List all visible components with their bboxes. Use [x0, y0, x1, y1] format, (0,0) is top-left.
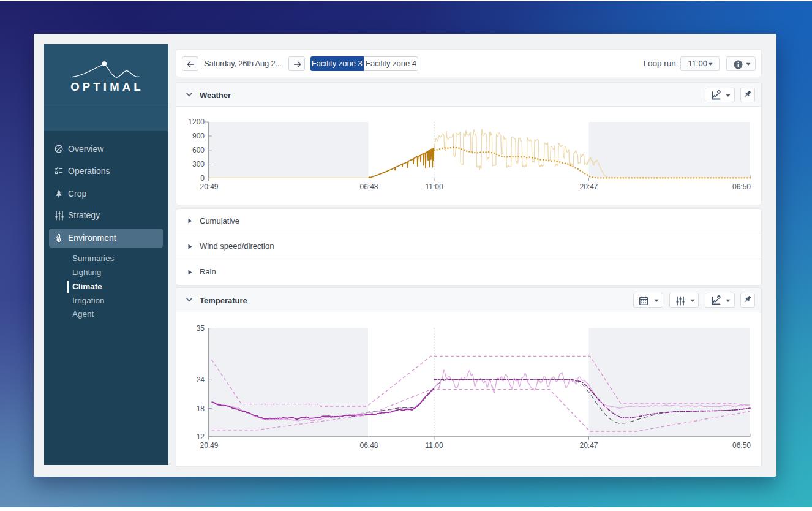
svg-text:20:49: 20:49	[200, 441, 218, 449]
svg-text:20:47: 20:47	[579, 441, 598, 449]
svg-text:900: 900	[192, 132, 204, 140]
svg-text:18: 18	[196, 404, 205, 412]
svg-text:600: 600	[192, 146, 204, 154]
svg-text:06:50: 06:50	[732, 441, 750, 449]
svg-text:20:47: 20:47	[579, 183, 598, 191]
svg-text:06:48: 06:48	[359, 183, 378, 191]
svg-text:06:50: 06:50	[732, 183, 750, 191]
svg-text:0: 0	[200, 174, 205, 183]
svg-text:1200: 1200	[188, 118, 205, 126]
svg-text:12: 12	[196, 432, 205, 441]
svg-text:11:00: 11:00	[425, 441, 443, 449]
svg-text:35: 35	[196, 324, 205, 332]
svg-text:300: 300	[192, 160, 204, 168]
svg-text:06:48: 06:48	[359, 441, 378, 449]
svg-text:20:49: 20:49	[200, 183, 218, 191]
svg-text:11:00: 11:00	[425, 183, 443, 191]
svg-text:24: 24	[196, 376, 205, 384]
